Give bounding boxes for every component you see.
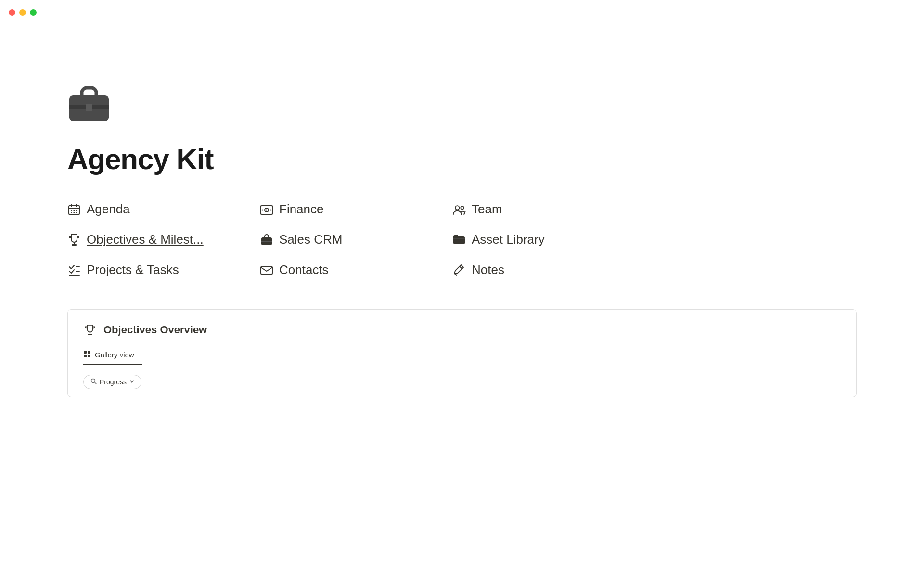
svg-rect-7 <box>71 210 72 211</box>
svg-point-18 <box>455 206 459 210</box>
nav-label-agenda: Agenda <box>87 202 130 217</box>
nav-label-projects-tasks: Projects & Tasks <box>87 263 179 277</box>
nav-label-sales-crm: Sales CRM <box>279 232 342 247</box>
svg-rect-11 <box>74 212 75 213</box>
svg-line-28 <box>460 266 462 269</box>
envelope-icon <box>260 263 273 277</box>
nav-item-sales-crm[interactable]: Sales CRM <box>260 229 452 250</box>
traffic-lights <box>9 9 37 16</box>
nav-item-contacts[interactable]: Contacts <box>260 260 452 280</box>
svg-line-37 <box>95 382 96 384</box>
nav-item-objectives[interactable]: Objectives & Milest... <box>67 229 260 250</box>
svg-rect-23 <box>261 241 272 242</box>
nav-item-agenda[interactable]: Agenda <box>67 199 260 220</box>
svg-point-19 <box>461 206 464 210</box>
nav-item-finance[interactable]: Finance <box>260 199 452 220</box>
edit-icon <box>452 263 466 277</box>
checklist-icon <box>67 263 81 277</box>
chevron-down-icon <box>129 379 134 385</box>
nav-item-team[interactable]: Team <box>452 199 645 220</box>
objectives-section: Objectives Overview Gallery view <box>67 309 857 397</box>
briefcase-small-icon <box>260 233 273 247</box>
briefcase-icon <box>67 83 111 121</box>
svg-point-16 <box>262 209 263 210</box>
nav-item-asset-library[interactable]: Asset Library <box>452 229 645 250</box>
svg-rect-9 <box>76 210 77 211</box>
svg-rect-2 <box>86 104 92 111</box>
page-title: Agency Kit <box>67 143 857 176</box>
tab-gallery-view[interactable]: Gallery view <box>83 345 142 365</box>
nav-label-finance: Finance <box>279 202 324 217</box>
page-icon <box>67 83 857 123</box>
nav-label-asset-library: Asset Library <box>472 232 545 247</box>
svg-point-15 <box>266 209 268 210</box>
main-content: Agency Kit Agenda <box>0 25 924 397</box>
svg-rect-10 <box>71 212 72 213</box>
svg-rect-21 <box>72 244 77 246</box>
grid-icon <box>83 350 91 359</box>
svg-rect-33 <box>88 351 90 354</box>
nav-grid: Agenda Finance <box>67 199 645 280</box>
svg-point-17 <box>270 209 272 210</box>
nav-label-contacts: Contacts <box>279 263 329 277</box>
svg-rect-35 <box>88 355 90 357</box>
nav-label-objectives: Objectives & Milest... <box>87 232 204 247</box>
objectives-tabs: Gallery view <box>83 345 841 365</box>
maximize-button[interactable] <box>30 9 37 16</box>
titlebar <box>0 0 924 25</box>
svg-point-36 <box>91 379 95 383</box>
svg-rect-8 <box>74 210 75 211</box>
folder-icon <box>452 233 466 247</box>
svg-rect-27 <box>261 266 272 275</box>
people-icon <box>452 203 466 216</box>
search-icon <box>90 378 97 386</box>
svg-rect-34 <box>84 355 87 357</box>
svg-rect-32 <box>84 351 87 354</box>
nav-item-notes[interactable]: Notes <box>452 260 645 280</box>
filter-area: Progress <box>83 375 841 397</box>
money-icon <box>260 203 273 216</box>
minimize-button[interactable] <box>19 9 26 16</box>
nav-label-team: Team <box>472 202 502 217</box>
objectives-title: Objectives Overview <box>103 324 207 336</box>
svg-rect-31 <box>88 334 92 335</box>
trophy-icon <box>67 233 81 247</box>
close-button[interactable] <box>9 9 15 16</box>
svg-rect-4 <box>69 208 79 209</box>
svg-line-29 <box>454 274 457 275</box>
tab-gallery-label: Gallery view <box>95 351 134 359</box>
progress-filter-button[interactable]: Progress <box>83 375 141 389</box>
nav-item-projects-tasks[interactable]: Projects & Tasks <box>67 260 260 280</box>
svg-rect-12 <box>76 212 77 213</box>
filter-label: Progress <box>100 378 127 386</box>
objectives-header: Objectives Overview <box>83 323 841 337</box>
objectives-trophy-icon <box>83 323 97 337</box>
nav-label-notes: Notes <box>472 263 504 277</box>
calendar-icon <box>67 203 81 216</box>
